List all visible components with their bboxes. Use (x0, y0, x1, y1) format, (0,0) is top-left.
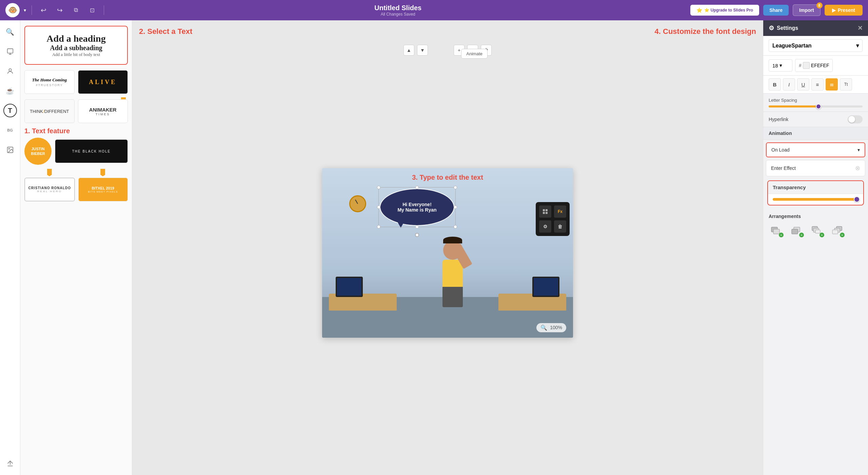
instruction-select: 2. Select a Text (139, 27, 192, 36)
hyperlink-label: Hyperlink (769, 117, 788, 122)
slide-canvas: 3. Type to edit the text (322, 168, 573, 338)
font-selector[interactable]: LeagueSpartan ▾ (769, 39, 863, 52)
fx-layout-btn[interactable] (539, 205, 551, 218)
sidebar-item-text[interactable]: T (3, 104, 17, 117)
topbar-separator-2 (104, 5, 104, 15)
tmpl-cristiano-sub: REAL HERO (37, 190, 62, 193)
arrangement-front-btn[interactable]: + (789, 222, 804, 237)
on-load-dropdown[interactable]: On Load ▾ (766, 142, 865, 157)
zoom-bar: 🔍 100% (536, 323, 566, 332)
hyperlink-toggle-knob (848, 116, 855, 123)
tmpl-justin-title: JUSTINBIEBER (31, 146, 45, 156)
svg-rect-5 (546, 209, 548, 211)
transparency-slider[interactable] (773, 198, 859, 201)
template-thinkdiff[interactable]: THINK/DIFFERENT (24, 99, 75, 123)
letter-spacing-section: Letter Spacing (763, 94, 868, 112)
arrangement-backward-btn[interactable]: + (809, 222, 824, 237)
sidebar-item-coffee[interactable]: ☕ (3, 84, 17, 98)
sidebar-item-people[interactable] (3, 64, 17, 78)
tmpl-blackhole-title: THE BLACK HOLE (72, 150, 111, 153)
format-align-center-btn[interactable]: ≣ (826, 78, 838, 91)
sidebar-item-slides[interactable] (3, 45, 17, 58)
char-pants (442, 287, 463, 307)
template-alive[interactable]: ALIVE (78, 70, 128, 94)
canvas-down-btn[interactable]: ▼ (417, 45, 428, 56)
speech-bubble[interactable]: Hi Everyone! My Name is Ryan (380, 189, 454, 226)
canvas-up-btn[interactable]: ▲ (403, 45, 414, 56)
template-blackhole[interactable]: THE BLACK HOLE (55, 139, 128, 163)
transparency-thumb[interactable] (854, 196, 860, 202)
letter-spacing-fill (769, 105, 817, 107)
slide-heading: Add a heading (31, 33, 122, 44)
slide-subheading: Add a subheading (31, 44, 122, 52)
svg-rect-4 (543, 209, 545, 211)
format-bold-btn[interactable]: B (769, 78, 781, 91)
undo-button[interactable]: ↩ (37, 4, 50, 16)
letter-spacing-thumb[interactable] (816, 104, 821, 109)
bookmark-row-2 (24, 169, 128, 176)
instruction-customize: 4. Customize the font design (655, 27, 756, 36)
zoom-level: 100% (550, 325, 562, 330)
tmpl-animaker-sub: TIMES (96, 113, 110, 116)
share-button[interactable]: Share (763, 5, 789, 16)
import-area: Import 8 (793, 4, 821, 16)
topbar-separator (32, 5, 32, 15)
speech-line2: My Name is Ryan (397, 207, 436, 213)
letter-spacing-label: Letter Spacing (769, 98, 863, 103)
tmpl-homecoming-title: The Home Coming (32, 77, 67, 83)
on-load-label: On Load (771, 147, 790, 153)
animate-button[interactable]: Animate (461, 49, 488, 59)
svg-rect-11 (792, 229, 798, 234)
upgrade-button[interactable]: ⭐ ⭐ Upgrade to Slides Pro (690, 5, 759, 16)
topbar: 🐵 ▾ ↩ ↪ ⧉ ⊡ Untitled Slides All Changes … (0, 0, 868, 20)
svg-point-3 (8, 148, 9, 149)
format-underline-btn[interactable]: U (797, 78, 809, 91)
format-italic-btn[interactable]: I (783, 78, 795, 91)
on-load-arrow: ▾ (857, 147, 860, 153)
template-justin[interactable]: JUSTINBIEBER (24, 138, 52, 165)
sidebar-item-search[interactable]: 🔍 (3, 25, 17, 39)
fx-settings-btn[interactable]: ⚙ (539, 220, 551, 233)
font-name: LeagueSpartan (772, 43, 812, 49)
tmpl-bitxel-title: BITXEL 2019 (92, 186, 114, 190)
right-monitor-screen (534, 278, 558, 296)
transparency-header: Transparency (768, 181, 863, 194)
document-title[interactable]: Untitled Slides (110, 4, 686, 12)
font-size-control[interactable]: 18 ▾ (769, 59, 792, 72)
template-row-1: The Home Coming #TRUESTORY ALIVE (24, 70, 128, 94)
format-size-btn[interactable]: Tt (840, 78, 852, 91)
tmpl-homecoming-sub: #TRUESTORY (36, 83, 63, 87)
fx-row-1: Fx (539, 205, 566, 218)
fx-effects-btn[interactable]: Fx (554, 205, 566, 218)
paste-button[interactable]: ⊡ (86, 4, 98, 16)
settings-close-button[interactable]: ✕ (857, 24, 863, 32)
template-bitxel[interactable]: BITXEL 2019 BITS MEET PIXELS (78, 178, 128, 201)
char-hair (443, 237, 462, 243)
sidebar-item-image[interactable] (3, 143, 17, 157)
letter-spacing-slider[interactable] (769, 105, 863, 107)
sidebar-item-bg[interactable]: BG (3, 123, 17, 137)
fx-delete-btn[interactable]: 🗑 (554, 220, 566, 233)
present-button[interactable]: ▶ Present (825, 5, 863, 16)
template-homecoming[interactable]: The Home Coming #TRUESTORY (24, 70, 75, 94)
arrangement-forward-btn[interactable]: + (830, 222, 845, 237)
copy-button[interactable]: ⧉ (70, 4, 82, 16)
redo-button[interactable]: ↪ (54, 4, 66, 16)
arrangement-back-btn[interactable]: + (769, 222, 784, 237)
template-cristiano[interactable]: CRISTIANO RONALDO REAL HERO (24, 178, 75, 201)
font-size-arrow: ▾ (780, 62, 782, 68)
app-logo[interactable]: 🐵 (5, 3, 20, 17)
wall-clock (349, 195, 366, 212)
font-color-control[interactable]: # EFEFEF (795, 59, 833, 72)
logo-dropdown[interactable]: ▾ (24, 7, 26, 13)
format-align-left-btn[interactable]: ≡ (811, 78, 824, 91)
sidebar-item-upload[interactable] (3, 457, 17, 470)
main-slide-card[interactable]: Add a heading Add a subheading Add a lit… (24, 26, 128, 65)
hyperlink-toggle[interactable] (848, 115, 863, 123)
color-hash: # (799, 63, 802, 68)
template-animaker[interactable]: ANIMAKER TIMES (78, 99, 128, 123)
enter-effect-row[interactable]: Enter Effect ⊗ (766, 160, 865, 176)
font-size-value: 18 (772, 63, 778, 68)
canvas-toolbar: ▲ ▼ + ⧉ 🗑 Animate (403, 45, 492, 56)
enter-effect-label: Enter Effect (771, 165, 796, 171)
